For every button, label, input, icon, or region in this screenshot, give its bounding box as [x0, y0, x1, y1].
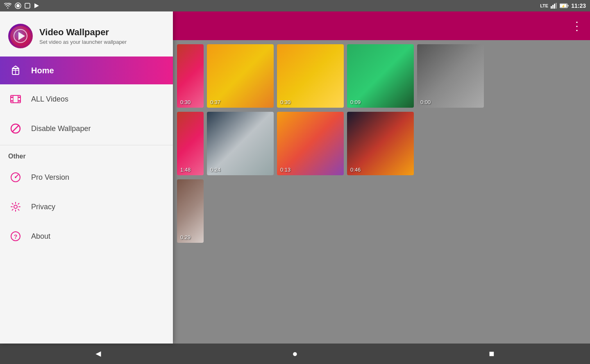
sidebar-item-about-label: About — [31, 232, 50, 241]
svg-rect-24 — [11, 100, 13, 102]
video-thumb-1[interactable]: 0:30 — [177, 44, 204, 108]
sidebar-item-all-videos-label: ALL Videos — [31, 95, 68, 104]
wifi-icon — [4, 3, 11, 9]
sidebar-item-disable-wallpaper-label: Disable Wallpaper — [31, 124, 91, 133]
svg-point-1 — [16, 4, 20, 7]
play-icon — [34, 3, 39, 9]
status-bar: LTE ⚡ 11:23 — [0, 0, 590, 11]
overflow-menu-button[interactable]: ⋮ — [571, 19, 583, 33]
signal-icon — [551, 3, 557, 9]
record-icon — [15, 2, 21, 9]
sidebar-item-about[interactable]: ? About — [0, 222, 173, 251]
logo-svg — [10, 26, 31, 46]
video-thumb-2[interactable]: 0:37 — [207, 44, 274, 108]
bottom-nav: ◄ ● ■ — [0, 344, 590, 364]
video-row-2: 1:48 0:24 0:13 0:46 — [177, 112, 586, 175]
video-duration-7: 0:24 — [210, 167, 220, 173]
sidebar-item-home[interactable]: Home — [0, 57, 173, 84]
status-right-icons: LTE ⚡ 11:23 — [540, 2, 586, 9]
svg-marker-3 — [34, 3, 39, 8]
video-duration-1: 0:30 — [180, 99, 191, 105]
app-title: Video Wallpaper — [39, 27, 127, 38]
lte-icon: LTE — [540, 3, 548, 8]
sidebar-item-home-label: Home — [31, 66, 54, 75]
svg-rect-22 — [11, 97, 13, 98]
video-row-1: 0:30 0:37 0:30 0:09 0:00 — [177, 44, 586, 108]
svg-rect-6 — [554, 4, 555, 9]
video-duration-9: 0:46 — [350, 167, 361, 173]
svg-rect-19 — [11, 95, 20, 103]
video-thumb-7[interactable]: 0:24 — [207, 112, 274, 175]
video-duration-2: 0:37 — [210, 99, 220, 105]
section-divider — [0, 145, 173, 145]
video-thumb-9[interactable]: 0:46 — [347, 112, 414, 175]
main-layout: Video Wallpaper Set video as your launch… — [0, 11, 590, 344]
svg-text:?: ? — [14, 233, 18, 240]
home-icon — [8, 63, 23, 78]
app-logo — [8, 24, 33, 48]
svg-rect-4 — [551, 6, 552, 9]
svg-rect-7 — [556, 3, 557, 9]
svg-rect-2 — [25, 3, 30, 8]
video-thumb-6[interactable]: 1:48 — [177, 112, 204, 175]
svg-rect-10 — [568, 5, 569, 7]
block-icon — [8, 121, 23, 136]
svg-text:⚡: ⚡ — [561, 4, 565, 8]
video-thumb-10[interactable]: 0:29 — [177, 179, 204, 243]
svg-point-31 — [14, 205, 17, 208]
gear-icon — [8, 199, 23, 214]
battery-icon: ⚡ — [560, 3, 569, 8]
sidebar-item-privacy-label: Privacy — [31, 203, 55, 211]
sidebar-item-pro-version-label: Pro Version — [31, 173, 69, 182]
video-thumb-8[interactable]: 0:13 — [277, 112, 344, 175]
sidebar-item-all-videos[interactable]: ALL Videos — [0, 84, 173, 114]
time-display: 11:23 — [571, 2, 586, 9]
status-left-icons — [4, 2, 39, 9]
sidebar-item-privacy[interactable]: Privacy — [0, 192, 173, 222]
video-row-3: 0:29 — [177, 179, 586, 243]
square-icon — [25, 3, 30, 9]
video-duration-6: 1:48 — [180, 167, 191, 173]
video-thumb-4[interactable]: 0:09 — [347, 44, 414, 108]
video-duration-3: 0:30 — [280, 99, 290, 105]
content-area: ⋮ 0:30 0:37 0:30 0:09 0:00 — [173, 11, 590, 344]
sidebar-item-disable-wallpaper[interactable]: Disable Wallpaper — [0, 114, 173, 143]
app-subtitle: Set video as your launcher wallpaper — [39, 39, 127, 45]
film-icon — [8, 92, 23, 106]
other-section-heading: Other — [0, 147, 173, 163]
sidebar-item-pro-version[interactable]: Pro Version — [0, 163, 173, 192]
svg-rect-5 — [552, 5, 554, 9]
svg-rect-25 — [18, 100, 20, 102]
sidebar-header: Video Wallpaper Set video as your launch… — [0, 11, 173, 57]
video-grid: 0:30 0:37 0:30 0:09 0:00 1:48 — [173, 40, 590, 344]
svg-line-27 — [12, 125, 19, 132]
app-title-section: Video Wallpaper Set video as your launch… — [39, 27, 127, 45]
question-icon: ? — [8, 229, 23, 244]
video-duration-10: 0:29 — [180, 234, 191, 240]
content-header: ⋮ — [173, 11, 590, 40]
recents-button[interactable]: ■ — [481, 348, 502, 359]
video-duration-8: 0:13 — [280, 167, 290, 173]
back-button[interactable]: ◄ — [88, 348, 109, 359]
video-thumb-5[interactable]: 0:00 — [417, 44, 484, 108]
video-duration-4: 0:09 — [350, 99, 361, 105]
svg-marker-16 — [12, 66, 19, 68]
sidebar: Video Wallpaper Set video as your launch… — [0, 11, 173, 344]
svg-rect-23 — [18, 97, 20, 98]
video-duration-5: 0:00 — [420, 99, 431, 105]
video-thumb-3[interactable]: 0:30 — [277, 44, 344, 108]
svg-point-30 — [15, 176, 16, 178]
speedometer-icon — [8, 170, 23, 185]
home-button[interactable]: ● — [285, 348, 305, 359]
